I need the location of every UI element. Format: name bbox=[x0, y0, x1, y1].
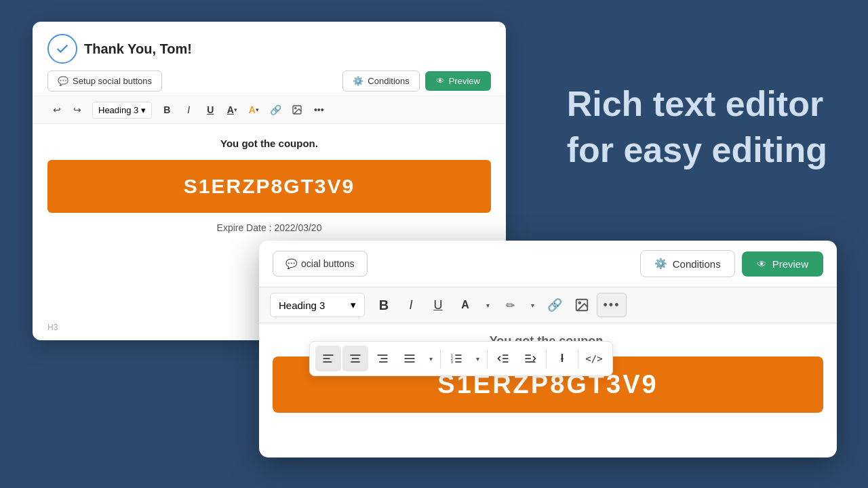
conditions-button-2[interactable]: ⚙️ Conditions bbox=[640, 250, 735, 277]
align-justify-icon bbox=[403, 352, 416, 365]
underline-button[interactable]: U bbox=[201, 100, 220, 119]
heading-select[interactable]: Heading 3 ▾ bbox=[92, 102, 152, 119]
align-center-button[interactable] bbox=[342, 346, 368, 371]
link-button[interactable]: 🔗 bbox=[266, 100, 285, 119]
heading-value-2: Heading 3 bbox=[279, 300, 325, 311]
indent-icon bbox=[524, 352, 537, 365]
alignment-toolbar: ▾ 1 2 3 ▾ I </> bbox=[309, 341, 613, 376]
preview-button-2[interactable]: 👁 Preview bbox=[742, 251, 823, 277]
conditions-label: Conditions bbox=[368, 76, 409, 86]
coupon-code: S1ERZP8GT3V9 bbox=[62, 175, 476, 198]
expire-label: Expire Date : bbox=[217, 222, 272, 233]
eye-icon-2: 👁 bbox=[757, 258, 767, 270]
card1-toolbar: 💬 Setup social buttons ⚙️ Conditions 👁 P… bbox=[33, 70, 506, 92]
preview-label-2: Preview bbox=[772, 258, 808, 270]
separator-2 bbox=[487, 349, 488, 368]
thank-you-text: Thank You, Tom! bbox=[84, 41, 192, 57]
more-button-2[interactable]: ••• bbox=[597, 293, 627, 317]
underline-button-2[interactable]: U bbox=[426, 293, 450, 317]
checkmark-svg bbox=[55, 41, 70, 56]
image-icon-2 bbox=[574, 298, 589, 312]
font-color-button-2[interactable]: A bbox=[453, 293, 477, 317]
gear-icon-2: ⚙️ bbox=[654, 258, 667, 270]
undo-button[interactable]: ↩ bbox=[47, 100, 66, 119]
italic-button-2[interactable]: I bbox=[399, 293, 423, 317]
editor-card-2: 💬 ocial buttons ⚙️ Conditions 👁 Preview … bbox=[259, 241, 837, 458]
font-color-dropdown-2[interactable]: ▾ bbox=[480, 293, 495, 317]
separator-4 bbox=[578, 349, 578, 368]
coupon-title: You got the coupon. bbox=[47, 138, 491, 149]
svg-point-3 bbox=[578, 302, 580, 304]
bg-text-line2: for easy editing bbox=[567, 127, 827, 174]
italic-button[interactable]: I bbox=[179, 100, 198, 119]
font-color-button[interactable]: A ▾ bbox=[222, 100, 241, 119]
eye-icon: 👁 bbox=[436, 76, 445, 86]
image-icon bbox=[292, 104, 302, 115]
list-dropdown[interactable]: ▾ bbox=[424, 346, 437, 371]
expire-date: Expire Date : 2022/03/20 bbox=[47, 222, 491, 233]
outdent-button[interactable] bbox=[490, 346, 516, 371]
separator-3 bbox=[546, 349, 547, 368]
redo-button[interactable]: ↪ bbox=[68, 100, 87, 119]
highlight-button-2[interactable]: ✏ bbox=[498, 293, 522, 317]
undo-redo-group: ↩ ↪ bbox=[47, 100, 87, 119]
heading-select-2[interactable]: Heading 3 ▾ bbox=[270, 293, 365, 317]
align-right-button[interactable] bbox=[370, 346, 395, 371]
bold-button[interactable]: B bbox=[157, 100, 176, 119]
align-left-icon bbox=[321, 352, 335, 365]
svg-point-1 bbox=[295, 108, 296, 109]
card2-toolbar: 💬 ocial buttons ⚙️ Conditions 👁 Preview bbox=[259, 241, 837, 287]
heading-value: Heading 3 bbox=[98, 105, 138, 115]
preview-label: Preview bbox=[449, 76, 480, 86]
ordered-list-dropdown[interactable]: ▾ bbox=[471, 346, 484, 371]
link-button-2[interactable]: 🔗 bbox=[542, 293, 567, 317]
card2-editor-toolbar: Heading 3 ▾ B I U A ▾ ✏ ▾ 🔗 ••• bbox=[259, 287, 837, 323]
gear-icon: ⚙️ bbox=[353, 76, 363, 86]
chat-icon: 💬 bbox=[58, 76, 68, 86]
coupon-box: S1ERZP8GT3V9 bbox=[47, 160, 491, 213]
more-options-button[interactable]: ••• bbox=[309, 100, 328, 119]
social-btn-label-2: ocial buttons bbox=[301, 258, 355, 269]
conditions-button[interactable]: ⚙️ Conditions bbox=[342, 70, 419, 92]
svg-text:3: 3 bbox=[451, 360, 453, 364]
card1-content: You got the coupon. S1ERZP8GT3V9 Expire … bbox=[33, 124, 506, 247]
bold-button-2[interactable]: B bbox=[372, 293, 396, 317]
chat-icon-2: 💬 bbox=[285, 258, 297, 269]
align-left-button[interactable] bbox=[315, 346, 341, 371]
align-justify-button[interactable] bbox=[397, 346, 422, 371]
conditions-label-2: Conditions bbox=[673, 258, 721, 270]
align-right-icon bbox=[376, 352, 389, 365]
separator-1 bbox=[440, 349, 441, 368]
outdent-icon bbox=[496, 352, 510, 365]
preview-button[interactable]: 👁 Preview bbox=[425, 71, 491, 91]
code-button[interactable]: </> bbox=[581, 346, 607, 371]
card1-editor-toolbar: ↩ ↪ Heading 3 ▾ B I U A ▾ A ▾ 🔗 ••• bbox=[33, 96, 506, 124]
bg-text-line1: Rich text editor bbox=[567, 81, 827, 127]
check-icon bbox=[47, 34, 77, 64]
align-center-icon bbox=[349, 352, 362, 365]
expire-date-value: 2022/03/20 bbox=[274, 222, 321, 233]
card1-header: Thank You, Tom! bbox=[33, 22, 506, 70]
social-button-2[interactable]: 💬 ocial buttons bbox=[273, 251, 368, 277]
setup-social-button[interactable]: 💬 Setup social buttons bbox=[47, 70, 162, 92]
indent-button[interactable] bbox=[517, 346, 543, 371]
ordered-list-icon: 1 2 3 bbox=[450, 352, 463, 365]
social-btn-label: Setup social buttons bbox=[73, 76, 152, 86]
chevron-down-icon-2: ▾ bbox=[351, 299, 356, 311]
highlight-button[interactable]: A ▾ bbox=[244, 100, 263, 119]
chevron-down-icon: ▾ bbox=[141, 105, 146, 115]
image-button-2[interactable] bbox=[570, 293, 594, 317]
highlight-dropdown-2[interactable]: ▾ bbox=[525, 293, 540, 317]
strikethrough-button[interactable]: I bbox=[549, 346, 575, 371]
image-button[interactable] bbox=[288, 100, 307, 119]
ordered-list-button[interactable]: 1 2 3 bbox=[443, 346, 469, 371]
heading-tag: H3 bbox=[47, 323, 58, 332]
background-text: Rich text editor for easy editing bbox=[567, 81, 827, 173]
